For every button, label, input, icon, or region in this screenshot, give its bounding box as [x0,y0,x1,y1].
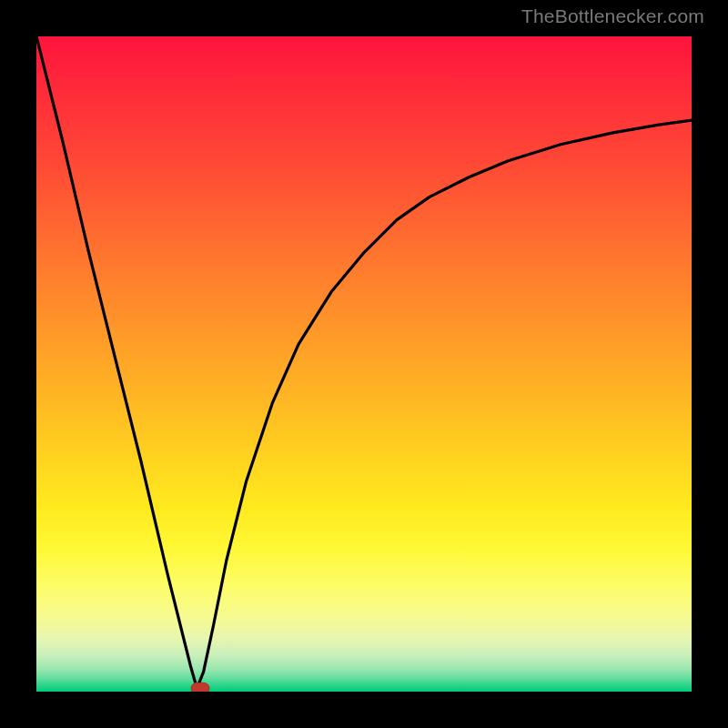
chart-frame: TheBottlenecker.com [0,0,728,728]
curve-layer [36,36,692,692]
plot-area [36,36,692,692]
credit-text: TheBottlenecker.com [521,5,704,27]
minimum-marker [191,682,209,692]
bottleneck-curve [36,36,692,688]
